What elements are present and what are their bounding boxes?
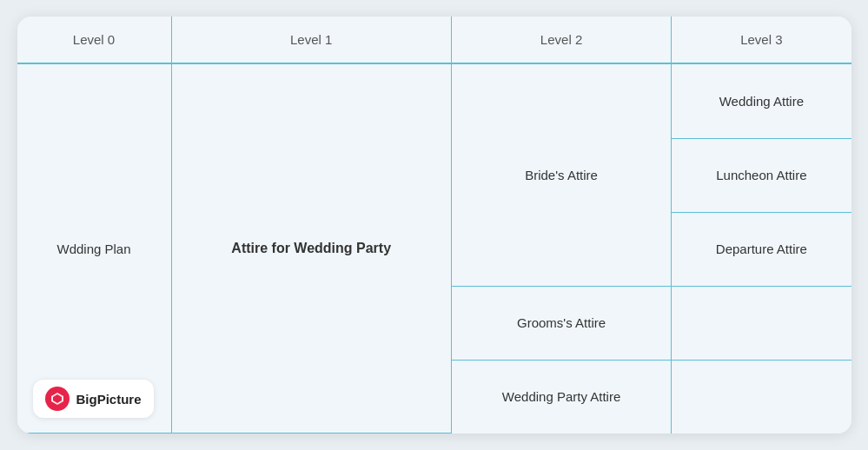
logo-text: BigPicture — [76, 392, 142, 407]
cell-level3-empty1 — [672, 286, 851, 360]
cell-departure-attire: Departure Attire — [672, 212, 851, 286]
col-header-0: Level 0 — [17, 17, 172, 63]
cell-level0: Wdding Plan — [17, 63, 172, 433]
hierarchy-table: Level 0 Level 1 Level 2 Level 3 Wdding P… — [17, 17, 851, 433]
cell-level3-empty2 — [672, 360, 851, 433]
cell-level1: Attire for Wedding Party — [171, 63, 451, 433]
table-row: Wdding Plan Attire for Wedding Party Bri… — [17, 63, 851, 138]
table-wrap: Level 0 Level 1 Level 2 Level 3 Wdding P… — [17, 17, 851, 433]
col-header-2: Level 2 — [451, 17, 671, 63]
cell-luncheon-attire: Luncheon Attire — [672, 138, 851, 212]
main-card: Level 0 Level 1 Level 2 Level 3 Wdding P… — [17, 17, 851, 433]
cell-grooms-attire: Grooms's Attire — [451, 286, 671, 360]
logo-icon — [45, 387, 70, 411]
logo-area: BigPicture — [33, 380, 154, 418]
cell-wedding-party-attire: Wedding Party Attire — [451, 360, 671, 433]
col-header-3: Level 3 — [672, 17, 851, 63]
col-header-1: Level 1 — [171, 17, 451, 63]
cell-wedding-attire: Wedding Attire — [672, 63, 851, 138]
cell-brides-attire: Bride's Attire — [451, 63, 671, 286]
